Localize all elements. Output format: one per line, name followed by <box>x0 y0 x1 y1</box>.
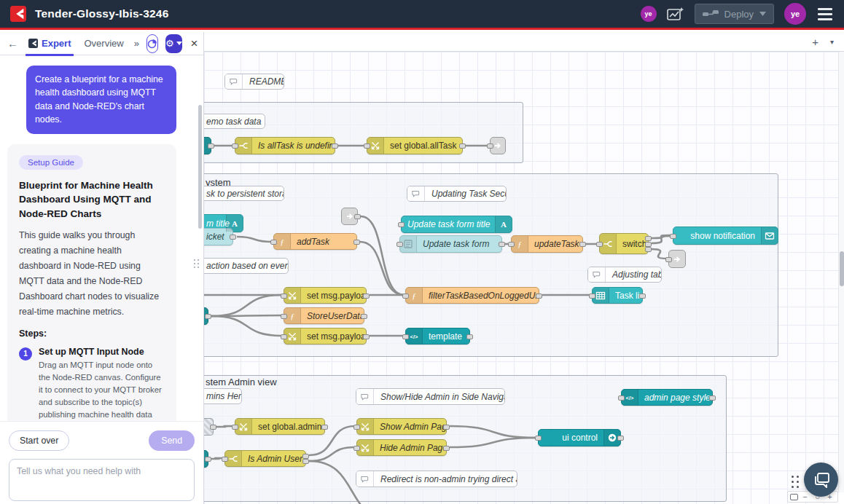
output-port[interactable] <box>617 436 624 441</box>
node-link-out-1[interactable] <box>490 137 506 154</box>
node-set-global-alltask[interactable]: set global.allTask <box>367 137 463 154</box>
output-port[interactable] <box>353 240 360 245</box>
input-port[interactable] <box>232 143 238 149</box>
chat-input[interactable] <box>9 459 195 501</box>
assistant-chat-fab[interactable] <box>804 462 838 497</box>
node-stub-2[interactable] <box>204 307 208 325</box>
comment-show-hide-admin[interactable]: Show/Hide Admin in Side Navigation <box>356 388 505 405</box>
output-port[interactable] <box>302 454 309 459</box>
send-button[interactable]: Send <box>149 430 195 451</box>
node-stub-3[interactable] <box>204 450 208 468</box>
input-port[interactable] <box>353 446 360 451</box>
output-port[interactable] <box>321 425 328 430</box>
back-arrow-icon[interactable]: ← <box>7 37 18 50</box>
output-port[interactable] <box>443 446 450 451</box>
tab-expert[interactable]: Expert <box>26 32 74 55</box>
output-port[interactable] <box>459 143 466 149</box>
input-port[interactable] <box>396 242 403 247</box>
chat-fab-drag-grip[interactable] <box>792 476 799 488</box>
output-port[interactable] <box>645 242 652 247</box>
output-port[interactable] <box>363 294 370 299</box>
input-port[interactable] <box>665 257 672 262</box>
comment-admins-here[interactable]: mins Here <box>204 388 242 404</box>
node-link-stub-1[interactable] <box>204 137 211 154</box>
input-port[interactable] <box>402 294 409 299</box>
output-port[interactable] <box>709 395 716 401</box>
ai-assistant-icon[interactable] <box>667 7 684 21</box>
tab-overview[interactable]: Overview <box>81 32 126 55</box>
input-port[interactable] <box>402 334 409 339</box>
settings-button[interactable]: ⚙ <box>165 34 182 53</box>
output-port[interactable] <box>205 457 211 462</box>
node-switch[interactable]: switch <box>599 233 649 254</box>
node-is-alltask-undefined[interactable]: Is allTask is undefined <box>235 137 335 154</box>
output-port[interactable] <box>361 314 367 319</box>
input-port[interactable] <box>364 143 370 149</box>
node-storeuserdata[interactable]: ƒStoreUserData <box>284 307 364 324</box>
start-over-button[interactable]: Start over <box>9 430 69 451</box>
avatar-small[interactable]: ye <box>641 6 657 22</box>
node-hide-admin-page[interactable]: Hide Admin Page <box>356 439 447 456</box>
input-port[interactable] <box>535 436 542 441</box>
node-link-out-2[interactable] <box>668 250 686 268</box>
sidebar-resize-grip[interactable] <box>194 259 199 268</box>
more-tabs-icon[interactable]: » <box>134 38 139 49</box>
output-port[interactable] <box>354 214 361 219</box>
input-port[interactable] <box>353 425 360 430</box>
comment-adjusting-table[interactable]: Adjusting table <box>587 267 662 283</box>
output-port[interactable] <box>205 314 211 319</box>
input-port[interactable] <box>508 242 515 247</box>
comment-persistent-storage[interactable]: sk to persistent storage <box>204 186 284 201</box>
input-port[interactable] <box>487 143 493 149</box>
input-port[interactable] <box>281 334 287 339</box>
output-port[interactable] <box>645 236 652 241</box>
output-port[interactable] <box>332 143 338 149</box>
minimap-icon[interactable] <box>790 494 798 500</box>
input-port[interactable] <box>281 294 287 299</box>
node-show-notification[interactable]: show notification <box>673 227 778 245</box>
node-set-msg-payload-2[interactable]: set msg.payload <box>284 328 367 344</box>
node-show-admin-page[interactable]: Show Admin Page <box>356 418 447 435</box>
output-port[interactable] <box>208 143 214 149</box>
output-port[interactable] <box>645 247 652 252</box>
node-link-2[interactable] <box>341 208 358 225</box>
canvas-scrollbar-thumb[interactable] <box>840 251 844 286</box>
input-port[interactable] <box>670 234 676 239</box>
output-port[interactable] <box>639 294 646 299</box>
node-hatched-inject[interactable] <box>204 418 214 436</box>
input-port[interactable] <box>232 425 238 430</box>
comment-redirect-non-admin[interactable]: Redirect is non-admin trying direct acce… <box>356 470 517 487</box>
output-port[interactable] <box>210 425 216 430</box>
comment-updating-task-securely[interactable]: Updating Task Securely <box>407 186 507 202</box>
output-port[interactable] <box>466 334 473 339</box>
output-port[interactable] <box>536 294 542 299</box>
input-port[interactable] <box>618 395 625 401</box>
input-port[interactable] <box>281 314 287 319</box>
add-flow-button[interactable]: + <box>812 36 818 47</box>
comment-demo-task-data[interactable]: emo task data <box>204 114 265 129</box>
comment-readme[interactable]: README <box>224 74 284 90</box>
node-filtertask[interactable]: ƒfilterTaskBasedOnLoggedUser <box>405 287 539 304</box>
node-set-global-admins[interactable]: set global.admins <box>235 418 325 435</box>
output-port[interactable] <box>443 425 450 430</box>
output-port[interactable] <box>579 242 586 247</box>
main-menu-icon[interactable] <box>816 7 834 22</box>
zoom-out-button[interactable]: − <box>800 492 810 502</box>
input-port[interactable] <box>398 222 405 227</box>
output-port[interactable] <box>230 235 236 240</box>
sidebar-scrollbar-thumb[interactable] <box>198 105 202 229</box>
node-task-list[interactable]: Task list <box>592 287 643 304</box>
node-updatetask[interactable]: ƒupdateTask <box>511 235 583 253</box>
insights-button[interactable] <box>146 34 158 53</box>
output-port[interactable] <box>363 334 370 339</box>
node-template[interactable]: </>template <box>405 328 470 344</box>
node-ui-control[interactable]: ui control <box>538 429 621 446</box>
close-panel-icon[interactable]: × <box>191 36 198 51</box>
comment-action-based-on-event[interactable]: action based on event <box>204 258 289 274</box>
node-addtask[interactable]: ƒaddTask <box>273 233 357 250</box>
input-port[interactable] <box>596 242 603 247</box>
input-port[interactable] <box>270 240 277 245</box>
canvas-vertical-scrollbar[interactable] <box>838 52 844 492</box>
node-update-task-form[interactable]: Update task form <box>399 235 502 253</box>
node-update-task-form-title[interactable]: AUpdate task form title <box>401 216 512 233</box>
